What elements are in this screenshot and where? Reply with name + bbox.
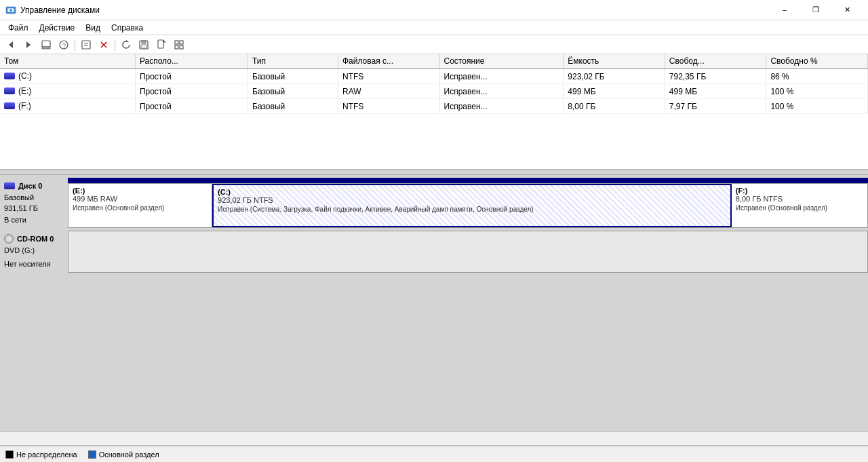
cdrom0-cd-icon — [4, 234, 14, 244]
disk0-partition-e[interactable]: (E:) 499 МБ RAW Исправен (Основной разде… — [68, 184, 212, 227]
svg-rect-23 — [180, 41, 183, 44]
cell-type-0: Базовый — [248, 69, 338, 84]
bottom-bar: Не распределена Основной раздел — [0, 431, 868, 462]
disk-table-area: Том Располо... Тип Файловая с... Состоян… — [0, 54, 868, 170]
col-volume[interactable]: Том — [0, 54, 135, 69]
menu-view[interactable]: Вид — [80, 22, 106, 34]
cell-fs-2: NTFS — [338, 99, 439, 114]
close-button[interactable]: ✕ — [831, 0, 863, 20]
legend-basic-box — [88, 450, 96, 459]
col-free[interactable]: Свобод... — [665, 54, 766, 69]
disk0-name: Диск 0 — [4, 180, 64, 192]
partition-size-c: 923,02 ГБ NTFS — [218, 196, 726, 204]
cell-vol-2: (F:) — [0, 99, 135, 114]
partition-name-c: (C:) — [218, 188, 726, 196]
cell-type-2: Базовый — [248, 99, 338, 114]
col-state[interactable]: Состояние — [439, 54, 564, 69]
toolbar-forward[interactable] — [20, 37, 37, 52]
disk0-partition-f[interactable]: (F:) 8,00 ГБ NTFS Исправен (Основной раз… — [732, 184, 867, 227]
title-bar-controls: − ❐ ✕ — [769, 0, 863, 20]
svg-marker-3 — [9, 41, 13, 48]
disk0-bar-segment-e — [68, 178, 212, 183]
partition-size-f: 8,00 ГБ NTFS — [736, 195, 863, 203]
table-header-row: Том Располо... Тип Файловая с... Состоян… — [0, 54, 868, 69]
cdrom0-name: CD-ROM 0 — [4, 233, 64, 245]
svg-rect-16 — [142, 41, 146, 43]
cdrom0-row: CD-ROM 0 DVD (G:) Нет носителя — [0, 231, 868, 273]
toolbar-sep-1 — [75, 39, 75, 51]
svg-point-2 — [10, 9, 12, 11]
cell-freepct-2: 100 % — [766, 99, 868, 114]
toolbar-delete[interactable] — [96, 37, 112, 52]
disk0-partition-c[interactable]: (C:) 923,02 ГБ NTFS Исправен (Система, З… — [212, 184, 732, 227]
cell-loc-0: Простой — [135, 69, 248, 84]
toolbar-refresh[interactable] — [118, 37, 134, 52]
vol-icon-1 — [4, 88, 15, 94]
disk0-bar-segment-c — [212, 178, 732, 183]
cell-loc-1: Простой — [135, 84, 248, 99]
disk0-bar-row — [68, 178, 868, 183]
cell-state-0: Исправен... — [439, 69, 564, 84]
app-icon — [5, 5, 16, 16]
disk0-status: В сети — [4, 214, 64, 226]
legend-area: Не распределена Основной раздел — [0, 446, 868, 462]
col-filesystem[interactable]: Файловая с... — [338, 54, 439, 69]
cell-type-1: Базовый — [248, 84, 338, 99]
col-freepct[interactable]: Свободно % — [766, 54, 868, 69]
menu-bar: Файл Действие Вид Справка — [0, 20, 868, 35]
toolbar-back[interactable] — [3, 37, 19, 52]
cell-freepct-1: 100 % — [766, 84, 868, 99]
table-row[interactable]: (E:) Простой Базовый RAW Исправен... 499… — [0, 84, 868, 99]
svg-rect-24 — [175, 45, 178, 49]
cell-cap-1: 499 МБ — [564, 84, 665, 99]
toolbar-save[interactable] — [136, 37, 152, 52]
toolbar-help[interactable]: ? — [56, 37, 72, 52]
legend-basic-label: Основной раздел — [99, 450, 159, 459]
app-title: Управление дисками — [20, 5, 100, 15]
svg-rect-18 — [158, 40, 163, 48]
maximize-button[interactable]: ❐ — [800, 0, 831, 20]
toolbar-up[interactable] — [38, 37, 54, 52]
menu-help[interactable]: Справка — [106, 22, 149, 34]
minimize-button[interactable]: − — [769, 0, 800, 20]
cell-cap-0: 923,02 ГБ — [564, 69, 665, 84]
menu-file[interactable]: Файл — [3, 22, 34, 34]
col-location[interactable]: Располо... — [135, 54, 248, 69]
disk-table: Том Располо... Тип Файловая с... Состоян… — [0, 54, 868, 114]
svg-marker-4 — [26, 41, 31, 48]
title-bar: Управление дисками − ❐ ✕ — [0, 0, 868, 20]
cell-fs-0: NTFS — [338, 69, 439, 84]
toolbar-properties[interactable] — [78, 37, 94, 52]
toolbar-new[interactable] — [153, 37, 170, 52]
partition-status-c: Исправен (Система, Загрузка, Файл подкач… — [218, 206, 726, 213]
cell-state-2: Исправен... — [439, 99, 564, 114]
cdrom0-type: DVD (G:) — [4, 245, 64, 256]
col-type[interactable]: Тип — [248, 54, 338, 69]
disk0-size: 931,51 ГБ — [4, 203, 64, 214]
toolbar-sep-2 — [115, 39, 115, 51]
cell-vol-0: (C:) — [0, 69, 135, 84]
disk0-partitions: (E:) 499 МБ RAW Исправен (Основной разде… — [68, 178, 868, 228]
legend-unalloc-label: Не распределена — [16, 450, 77, 459]
cell-freepct-0: 86 % — [766, 69, 868, 84]
svg-rect-5 — [42, 41, 50, 47]
cell-state-1: Исправен... — [439, 84, 564, 99]
table-row[interactable]: (F:) Простой Базовый NTFS Исправен... 8,… — [0, 99, 868, 114]
divider — [0, 170, 868, 175]
cell-free-0: 792,35 ГБ — [665, 69, 766, 84]
main-container: Том Располо... Тип Файловая с... Состоян… — [0, 54, 868, 462]
toolbar: ? — [0, 35, 868, 54]
partition-name-f: (F:) — [736, 187, 863, 195]
partition-name-e: (E:) — [73, 187, 208, 195]
table-row[interactable]: (C:) Простой Базовый NTFS Исправен... 92… — [0, 69, 868, 84]
disk0-type: Базовый — [4, 192, 64, 204]
menu-action[interactable]: Действие — [34, 22, 81, 34]
disk0-bar-segment-f — [732, 178, 868, 183]
cell-vol-1: (E:) — [0, 84, 135, 99]
svg-rect-9 — [82, 41, 90, 49]
disk0-hdd-icon — [4, 182, 15, 189]
svg-rect-25 — [180, 45, 183, 49]
svg-rect-17 — [141, 45, 146, 48]
toolbar-grid[interactable] — [171, 37, 187, 52]
col-capacity[interactable]: Ёмкость — [564, 54, 665, 69]
